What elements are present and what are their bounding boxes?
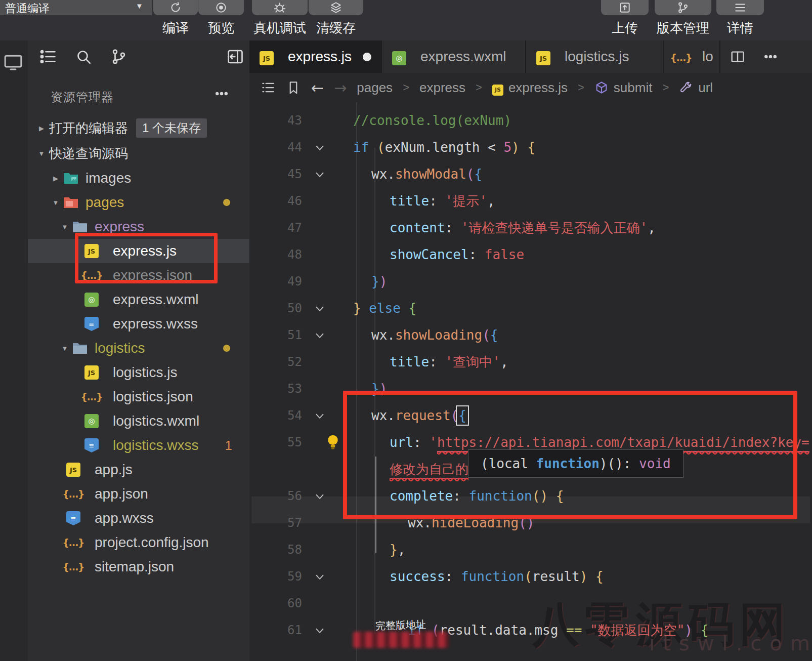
code-line[interactable]: 51wx.showLoading({ xyxy=(249,322,812,349)
fold-chevron-icon[interactable] xyxy=(313,570,326,584)
fold-chevron-icon[interactable] xyxy=(313,624,326,637)
git-branch-icon[interactable] xyxy=(110,48,128,66)
toolbar-button-label: 详情 xyxy=(727,19,753,37)
code-line[interactable]: 46title: '提示', xyxy=(249,188,812,215)
tree-item-logistics.json[interactable]: {…}logistics.json xyxy=(28,385,249,409)
tab-label: express.js xyxy=(288,49,352,65)
code-line[interactable]: 45wx.showModal({ xyxy=(249,161,812,188)
search-icon[interactable] xyxy=(74,48,93,66)
tree-item-logistics.wxss[interactable]: ≡logistics.wxss1 xyxy=(28,433,249,458)
toolbar-button-details[interactable]: 详情 xyxy=(716,0,764,40)
tree-item-app.wxss[interactable]: ≡app.wxss xyxy=(28,506,249,530)
collapse-sidebar-icon[interactable] xyxy=(226,48,244,66)
tree-item-pages[interactable]: ▼pages xyxy=(28,190,249,215)
tree-item-app.json[interactable]: {…}app.json xyxy=(28,482,249,506)
tab-logistics.js[interactable]: JSlogistics.js xyxy=(526,40,664,73)
tab-lo[interactable]: {…}lo xyxy=(664,40,720,73)
tree-item-logistics.js[interactable]: JSlogistics.js xyxy=(28,360,249,385)
chevron-down-icon[interactable]: ▼ xyxy=(136,2,143,10)
code-line[interactable]: 59success: function(result) { xyxy=(249,563,812,590)
code-text: if (exNum.length < 5) { xyxy=(353,134,535,161)
tree-section-打开的编辑器[interactable]: ▶打开的编辑器1 个未保存 xyxy=(28,115,249,141)
nav-forward-icon: → xyxy=(334,79,347,97)
nav-back-icon[interactable]: ← xyxy=(311,79,324,97)
toolbar-button-version-manage[interactable]: 版本管理 xyxy=(655,0,711,40)
more-actions-icon[interactable] xyxy=(214,86,229,101)
breadcrumb-item-submit[interactable]: submit xyxy=(594,80,653,96)
toolbar-button-label: 编译 xyxy=(162,19,189,37)
tree-item-label: logistics xyxy=(95,340,145,356)
code-line[interactable]: 52title: '查询中', xyxy=(249,349,812,376)
line-number: 43 xyxy=(257,107,302,134)
code-text: } else { xyxy=(353,295,416,322)
breadcrumb-label: express xyxy=(419,80,465,96)
toolbar-button-compile[interactable]: 编译 xyxy=(153,0,198,40)
toolbar-button-label: 版本管理 xyxy=(657,19,709,37)
tree-section-快递查询源码[interactable]: ▼快递查询源码 xyxy=(28,141,249,166)
fold-chevron-icon[interactable] xyxy=(313,329,326,342)
wxml-file-icon: ◎ xyxy=(84,293,106,307)
fold-chevron-icon[interactable] xyxy=(313,168,326,181)
tree-item-sitemap.json[interactable]: {…}sitemap.json xyxy=(28,555,249,579)
compile-mode-dropdown[interactable]: 普通编译 xyxy=(5,1,132,16)
fold-chevron-icon[interactable] xyxy=(313,302,326,315)
breadcrumb-item-url[interactable]: url xyxy=(679,80,713,96)
more-tabs-icon[interactable] xyxy=(763,49,778,64)
code-area[interactable]: 八零源码网 itswl.com 43//console.log(exNum)44… xyxy=(249,102,812,661)
line-number: 48 xyxy=(257,241,302,268)
breadcrumb-item-pages[interactable]: pages xyxy=(357,80,393,96)
line-number: 61 xyxy=(257,617,302,644)
toolbar-button-preview[interactable]: 预览 xyxy=(198,0,244,40)
fold-chevron-icon[interactable] xyxy=(313,490,326,503)
folder-blue xyxy=(72,342,88,355)
tree-item-label: logistics.js xyxy=(113,364,178,381)
code-line[interactable]: 60 xyxy=(249,590,812,617)
bookmark-icon[interactable] xyxy=(286,80,301,95)
toolbar-button-device-debug[interactable]: 真机调试 xyxy=(252,0,308,40)
toolbar-button-label: 预览 xyxy=(208,19,234,37)
split-editor-icon[interactable] xyxy=(730,49,746,65)
code-line[interactable]: 44if (exNum.length < 5) { xyxy=(249,134,812,161)
tab-express.wxml[interactable]: ◎express.wxml xyxy=(382,40,526,73)
lightbulb-icon[interactable] xyxy=(325,433,340,450)
breadcrumb-label: submit xyxy=(614,80,653,96)
line-number: 56 xyxy=(257,483,302,510)
line-number: 45 xyxy=(257,161,302,188)
code-text: }) xyxy=(353,268,387,295)
folder-blue xyxy=(72,220,88,233)
code-line[interactable]: 43//console.log(exNum) xyxy=(249,107,812,134)
explorer-sidebar: 资源管理器 ▶打开的编辑器1 个未保存▼快递查询源码▶images▼pages▼… xyxy=(28,40,249,661)
toolbar-button-upload[interactable]: 上传 xyxy=(601,0,649,40)
outline-icon[interactable] xyxy=(261,80,276,95)
breadcrumb-item-express.js[interactable]: JSexpress.js xyxy=(492,79,568,96)
line-number: 57 xyxy=(257,510,302,536)
code-line[interactable]: 58}, xyxy=(249,536,812,563)
line-number: 47 xyxy=(257,215,302,241)
tree-item-label: express.wxss xyxy=(113,316,198,332)
code-line[interactable]: 61if (result.data.msg == "数据返回为空") { xyxy=(249,617,812,644)
tree-item-express.wxss[interactable]: ≡express.wxss xyxy=(28,312,249,336)
code-line[interactable]: 50} else { xyxy=(249,295,812,322)
tree-arrow-icon: ▼ xyxy=(57,345,72,352)
code-line[interactable]: 47content: '请检查快递单号是否输入正确', xyxy=(249,215,812,241)
code-text: //console.log(exNum) xyxy=(353,107,511,134)
tree-item-label: images xyxy=(86,170,131,186)
tree-item-logistics.wxml[interactable]: ◎logistics.wxml xyxy=(28,409,249,433)
tree-item-label: logistics.wxml xyxy=(113,413,199,429)
editor-tabs: JSexpress.js◎express.wxmlJSlogistics.js{… xyxy=(249,40,812,73)
breadcrumb-item-express[interactable]: express xyxy=(419,80,465,96)
tree-item-app.js[interactable]: JSapp.js xyxy=(28,458,249,482)
tree-item-express.wxml[interactable]: ◎express.wxml xyxy=(28,287,249,312)
fold-chevron-icon[interactable] xyxy=(313,141,326,154)
toolbar-button-clear-cache[interactable]: 清缓存 xyxy=(309,0,363,40)
tree-item-images[interactable]: ▶images xyxy=(28,166,249,190)
explorer-list-icon[interactable] xyxy=(39,48,57,66)
tree-item-logistics[interactable]: ▼logistics xyxy=(28,336,249,360)
simulator-toggle-icon[interactable] xyxy=(3,52,23,72)
fold-chevron-icon[interactable] xyxy=(313,409,326,423)
code-text: showCancel: false xyxy=(353,241,524,268)
tab-express.js[interactable]: JSexpress.js xyxy=(249,40,382,73)
code-line[interactable]: 49}) xyxy=(249,268,812,295)
code-line[interactable]: 48showCancel: false xyxy=(249,241,812,268)
tree-item-project.config.json[interactable]: {…}project.config.json xyxy=(28,530,249,555)
